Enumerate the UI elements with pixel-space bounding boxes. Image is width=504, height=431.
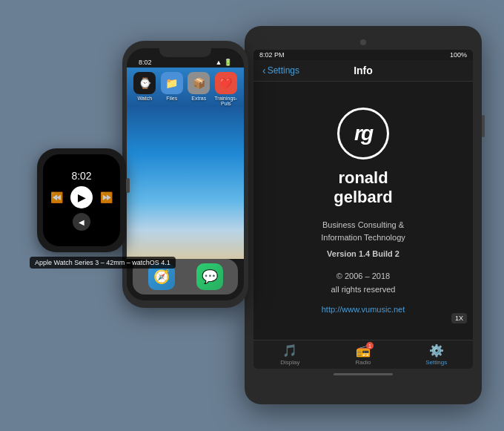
brand-version: Version 1.4 Build 2: [327, 249, 399, 258]
app-watch-icon: ⌚: [133, 72, 156, 94]
brand-tagline-line1: Business Consulting &: [322, 220, 404, 229]
app-files[interactable]: 📁 Files: [160, 72, 185, 106]
brand-name: ronald gelbard: [334, 168, 392, 208]
iphone-time: 8:02: [139, 59, 152, 66]
ipad-time: 8:02 PM: [259, 51, 285, 59]
iphone-notch: [159, 48, 211, 57]
radio-badge-wrapper: 📻 1: [356, 343, 371, 358]
settings-icon: ⚙️: [429, 343, 444, 358]
watch-rewind-icon[interactable]: ⏪: [50, 191, 63, 203]
brand-name-line2: gelbard: [334, 188, 392, 206]
app-trainings-label: Trainings-Puls: [214, 96, 239, 106]
tab-display[interactable]: 🎵 Display: [253, 343, 327, 366]
ipad-battery: 100%: [450, 51, 467, 59]
tab-radio[interactable]: 📻 1 Radio: [327, 343, 400, 366]
copyright-line1: © 2006 – 2018: [336, 272, 390, 280]
watch-time: 8:02: [71, 170, 91, 182]
app-watch[interactable]: ⌚ Watch: [133, 72, 157, 106]
brand-copyright: © 2006 – 2018 all rights reserved: [331, 270, 396, 296]
back-button[interactable]: ‹ Settings: [262, 65, 299, 76]
tab-settings[interactable]: ⚙️ Settings: [399, 343, 473, 366]
brand-tagline: Business Consulting & Information Techno…: [321, 219, 405, 243]
app-files-icon: 📁: [161, 72, 183, 94]
ipad: 8:02 PM 100% ‹ Settings Info rg ronald g…: [245, 26, 482, 404]
ipad-side-button: [482, 115, 485, 137]
watch-forward-icon[interactable]: ⏩: [100, 191, 113, 203]
app-extras-label: Extras: [191, 96, 206, 101]
tab-radio-label: Radio: [356, 359, 371, 366]
back-chevron-icon: ‹: [262, 65, 266, 76]
ipad-home-indicator: [334, 373, 393, 375]
ipad-content: rg ronald gelbard Business Consulting & …: [253, 82, 473, 340]
app-trainings[interactable]: ❤️ Trainings-Puls: [214, 72, 239, 106]
app-watch-label: Watch: [137, 96, 152, 101]
app-extras-icon: 📦: [188, 72, 210, 94]
iphone-signal: ▲ 🔋: [216, 59, 232, 66]
version-badge: 1X: [451, 313, 467, 323]
watch-play-button[interactable]: ▶: [70, 186, 93, 208]
tab-settings-label: Settings: [425, 359, 447, 366]
copyright-line2: all rights reserved: [331, 285, 396, 294]
apple-watch: 8:02 ⏪ ▶ ⏩ ◀: [37, 148, 126, 252]
apple-watch-wrapper: 8:02 ⏪ ▶ ⏩ ◀ Apple Watch Series 3 – 42mm…: [37, 148, 183, 264]
dock-messages[interactable]: 💬: [196, 263, 223, 290]
app-trainings-icon: ❤️: [215, 72, 237, 94]
brand-url[interactable]: http://www.vumusic.net: [322, 305, 405, 314]
brand-name-line1: ronald: [338, 168, 388, 187]
display-icon: 🎵: [282, 343, 297, 358]
app-extras[interactable]: 📦 Extras: [187, 72, 211, 106]
page-title: Info: [354, 65, 373, 76]
radio-badge: 1: [366, 342, 374, 349]
brand-initials: rg: [354, 122, 372, 145]
ipad-camera: [360, 39, 366, 45]
brand-logo: rg: [337, 108, 389, 159]
iphone-app-grid: ⌚ Watch 📁 Files 📦 Extras ❤️ Trainings-Pu…: [127, 68, 244, 111]
ipad-tab-bar: 🎵 Display 📻 1 Radio ⚙️ Settings: [253, 340, 473, 369]
ipad-screen: 8:02 PM 100% ‹ Settings Info rg ronald g…: [253, 50, 473, 369]
watch-device-label: Apple Watch Series 3 – 42mm – watchOS 4.…: [30, 257, 176, 269]
watch-volume-button[interactable]: ◀: [73, 213, 90, 231]
ipad-status-bar: 8:02 PM 100%: [253, 50, 473, 60]
ipad-nav-bar: ‹ Settings Info: [253, 60, 473, 82]
watch-crown: [126, 178, 130, 193]
brand-tagline-line2: Information Technology: [321, 233, 405, 242]
app-files-label: Files: [166, 96, 177, 101]
back-label: Settings: [268, 65, 299, 76]
watch-screen: 8:02 ⏪ ▶ ⏩ ◀: [43, 154, 120, 246]
watch-controls: ⏪ ▶ ⏩: [50, 186, 113, 208]
tab-display-label: Display: [280, 359, 299, 366]
